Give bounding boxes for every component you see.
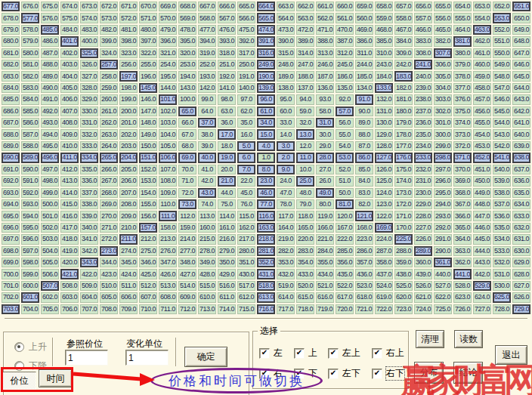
grid-cell[interactable]: 41.0 (198, 165, 216, 174)
grid-cell[interactable]: 616.0 (316, 292, 334, 302)
grid-cell[interactable]: 413.0 (60, 176, 79, 186)
grid-cell[interactable]: 523.0 (355, 281, 373, 291)
grid-cell[interactable]: 594.0 (21, 211, 39, 221)
grid-cell[interactable]: 251.0 (218, 60, 236, 69)
grid-cell[interactable]: 248.0 (277, 60, 295, 69)
reference-price-input[interactable] (65, 350, 108, 366)
grid-cell[interactable]: 563.0 (296, 13, 314, 23)
grid-cell[interactable]: 360.0 (414, 258, 432, 267)
grid-cell[interactable]: 619.0 (375, 292, 393, 302)
grid-cell[interactable]: 496.0 (41, 153, 59, 162)
grid-cell[interactable]: 89.0 (355, 118, 373, 128)
grid-cell[interactable]: 223.0 (355, 234, 373, 244)
grid-cell[interactable]: 608.0 (159, 292, 177, 302)
grid-cell[interactable]: 270.0 (100, 211, 118, 221)
grid-cell[interactable]: 217.0 (237, 234, 255, 244)
grid-cell[interactable]: 343.0 (80, 258, 98, 267)
grid-cell[interactable]: 399.0 (100, 36, 118, 46)
grid-cell[interactable]: 603.0 (60, 292, 79, 302)
grid-cell[interactable]: 683.0 (2, 71, 20, 81)
grid-cell[interactable]: 386.0 (355, 36, 373, 46)
grid-cell[interactable]: 80.0 (316, 199, 334, 209)
grid-cell[interactable]: 4.0 (257, 141, 275, 151)
grid-cell[interactable]: 236.0 (414, 118, 432, 128)
grid-cell[interactable]: 495.0 (41, 141, 59, 151)
grid-cell[interactable]: 572.0 (119, 13, 138, 23)
grid-cell[interactable]: 408.0 (60, 118, 79, 128)
grid-cell[interactable]: 538.0 (493, 188, 511, 198)
grid-cell[interactable]: 28.0 (316, 153, 334, 162)
grid-cell[interactable]: 177.0 (394, 141, 413, 151)
grid-cell[interactable]: 257.0 (100, 60, 118, 69)
grid-cell[interactable]: 441.0 (453, 269, 472, 279)
grid-cell[interactable]: 567.0 (218, 13, 236, 23)
grid-cell[interactable]: 123.0 (375, 199, 393, 209)
grid-cell[interactable]: 361.0 (434, 258, 452, 267)
grid-cell[interactable]: 185.0 (355, 71, 373, 81)
grid-cell[interactable]: 433.0 (296, 269, 314, 279)
grid-cell[interactable]: 696.0 (2, 223, 20, 233)
grid-cell[interactable]: 484.0 (60, 25, 79, 35)
grid-cell[interactable]: 6.0 (237, 153, 255, 162)
grid-cell[interactable]: 583.0 (21, 83, 39, 93)
checkbox-box[interactable]: ✔ (328, 348, 339, 359)
checkbox-左上[interactable]: ✔左上 (328, 347, 372, 360)
grid-cell[interactable]: 497.0 (41, 165, 59, 174)
grid-cell[interactable]: 265.0 (100, 153, 118, 162)
grid-cell[interactable]: 17.0 (218, 129, 236, 139)
grid-cell[interactable]: 412.0 (60, 165, 79, 174)
grid-cell[interactable]: 126.0 (375, 165, 393, 174)
grid-cell[interactable]: 249.0 (257, 60, 275, 69)
grid-cell[interactable]: 181.0 (394, 94, 413, 104)
grid-cell[interactable]: 713.0 (198, 304, 216, 314)
grid-cell[interactable]: 222.0 (336, 234, 354, 244)
grid-cell[interactable]: 76.0 (237, 199, 255, 209)
grid-cell[interactable]: 582.0 (21, 71, 39, 81)
grid-cell[interactable]: 514.0 (178, 281, 196, 291)
grid-cell[interactable]: 322.0 (139, 48, 157, 58)
grid-cell[interactable]: 231.0 (414, 176, 432, 186)
grid-cell[interactable]: 459.0 (473, 71, 491, 81)
grid-cell[interactable]: 353.0 (277, 258, 295, 267)
grid-cell[interactable]: 729.0 (512, 304, 530, 314)
grid-cell[interactable]: 344.0 (100, 258, 118, 267)
grid-cell[interactable]: 355.0 (316, 258, 334, 267)
grid-cell[interactable]: 348.0 (178, 258, 196, 267)
grid-cell[interactable]: 341.0 (80, 234, 98, 244)
grid-cell[interactable]: 692.0 (2, 176, 20, 186)
grid-cell[interactable]: 550.0 (493, 48, 511, 58)
grid-cell[interactable]: 235.0 (414, 129, 432, 139)
grid-cell[interactable]: 525.0 (394, 281, 413, 291)
grid-cell[interactable]: 611.0 (218, 292, 236, 302)
grid-cell[interactable]: 119.0 (316, 211, 334, 221)
grid-cell[interactable]: 688.0 (2, 129, 20, 139)
grid-cell[interactable]: 335.0 (80, 165, 98, 174)
grid-cell[interactable]: 462.0 (473, 36, 491, 46)
grid-cell[interactable]: 282.0 (277, 246, 295, 256)
grid-cell[interactable]: 278.0 (198, 246, 216, 256)
grid-cell[interactable]: 486.0 (41, 36, 59, 46)
grid-cell[interactable]: 101.0 (159, 94, 177, 104)
grid-cell[interactable]: 117.0 (277, 211, 295, 221)
grid-cell[interactable]: 620.0 (394, 292, 413, 302)
grid-cell[interactable]: 140.0 (237, 83, 255, 93)
grid-cell[interactable]: 653.0 (473, 2, 491, 11)
grid-cell[interactable]: 407.0 (60, 106, 79, 116)
grid-cell[interactable]: 605.0 (100, 292, 118, 302)
grid-cell[interactable]: 586.0 (21, 118, 39, 128)
grid-cell[interactable]: 100.0 (178, 94, 196, 104)
grid-cell[interactable]: 285.0 (336, 246, 354, 256)
grid-cell[interactable]: 77.0 (257, 199, 275, 209)
grid-cell[interactable]: 196.0 (139, 71, 157, 81)
grid-cell[interactable]: 704.0 (21, 304, 39, 314)
grid-cell[interactable]: 626.0 (512, 292, 530, 302)
exit-button[interactable]: 退出 (495, 345, 527, 365)
grid-cell[interactable]: 183.0 (394, 71, 413, 81)
grid-cell[interactable]: 291.0 (434, 234, 452, 244)
grid-cell[interactable]: 21.0 (218, 176, 236, 186)
grid-cell[interactable]: 458.0 (473, 83, 491, 93)
grid-cell[interactable]: 319.0 (198, 48, 216, 58)
grid-cell[interactable]: 527.0 (434, 281, 452, 291)
grid-cell[interactable]: 544.0 (493, 118, 511, 128)
grid-cell[interactable]: 314.0 (296, 48, 314, 58)
